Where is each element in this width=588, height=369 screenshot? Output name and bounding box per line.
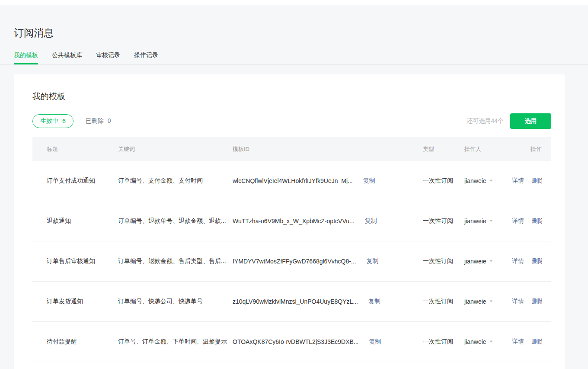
table-row: 待付款提醒 订单号、订单金额、下单时间、温馨提示 OTOAxQK87Cy6Io-… xyxy=(32,322,551,362)
template-keywords: 订单编号、退款金额、售后类型、售后... xyxy=(118,257,233,265)
table-row: 退款通知 订单编号、退款单号、退款金额、退款... WuTTzha-u6V9Mb… xyxy=(32,201,551,241)
delete-link[interactable]: 删除 xyxy=(532,217,542,224)
filter-deleted-label: 已删除 xyxy=(86,117,104,125)
tab-public-library[interactable]: 公共模板库 xyxy=(52,51,82,64)
header-template-id: 模板ID xyxy=(233,145,423,153)
template-type: 一次性订阅 xyxy=(423,177,464,185)
template-title: 订单支付成功通知 xyxy=(47,177,118,185)
filter-active-label: 生效中 xyxy=(40,117,58,125)
filter-row: 生效中 6 已删除 0 还可选用44个 选用 xyxy=(32,113,551,129)
table-row: 订单发货通知 订单编号、快递公司、快递单号 z10qLV90wMzklvlMnz… xyxy=(32,282,551,322)
operator-name: jianweie xyxy=(464,177,486,184)
template-id: wlcCNQflwlVjeIel4WLHokfrlIJYfk9UeJn_Mj..… xyxy=(233,177,353,184)
delete-link[interactable]: 删除 xyxy=(532,177,542,184)
template-id: WuTTzha-u6V9Mb_x_W_XpbMcZ-optcVVu... xyxy=(233,218,355,225)
delete-link[interactable]: 删除 xyxy=(532,257,542,264)
detail-link[interactable]: 详情 xyxy=(512,298,524,305)
copy-link[interactable]: 复制 xyxy=(369,338,381,346)
tab-review-records[interactable]: 审核记录 xyxy=(96,51,120,64)
operator-name: jianweie xyxy=(464,338,486,345)
detail-link[interactable]: 详情 xyxy=(512,257,524,264)
template-keywords: 订单编号、快递公司、快递单号 xyxy=(118,298,233,305)
filter-deleted[interactable]: 已删除 0 xyxy=(86,117,111,125)
operator-dropdown[interactable]: jianweie ▼ xyxy=(464,338,512,345)
copy-link[interactable]: 复制 xyxy=(368,298,380,305)
template-title: 订单发货通知 xyxy=(47,298,118,305)
template-title: 退款通知 xyxy=(47,217,118,225)
copy-link[interactable]: 复制 xyxy=(365,217,377,225)
header-keywords: 关键词 xyxy=(118,145,233,153)
panel-heading: 我的模板 xyxy=(32,91,551,102)
chevron-down-icon: ▼ xyxy=(489,340,493,343)
operator-dropdown[interactable]: jianweie ▼ xyxy=(464,218,512,225)
template-id: z10qLV90wMzklvlMnzsl_UnPO4UuyE8QYzL... xyxy=(233,298,358,305)
tab-my-templates[interactable]: 我的模板 xyxy=(14,51,38,64)
detail-link[interactable]: 详情 xyxy=(512,177,524,184)
copy-link[interactable]: 复制 xyxy=(367,257,379,265)
top-bar xyxy=(0,0,588,5)
filter-active-count: 6 xyxy=(62,118,66,125)
tab-bar: 我的模板 公共模板库 审核记录 操作记录 xyxy=(0,51,588,65)
quota-remaining-text: 还可选用44个 xyxy=(467,117,504,125)
operator-dropdown[interactable]: jianweie ▼ xyxy=(464,298,512,305)
header-action: 操作 xyxy=(512,145,542,153)
template-id: IYMDYV7wtMosZfFFyGwD7668gl6VvhcQ8-... xyxy=(233,258,356,265)
template-type: 一次性订阅 xyxy=(423,257,464,265)
template-keywords: 订单编号、支付金额、支付时间 xyxy=(118,177,233,185)
filter-deleted-count: 0 xyxy=(108,117,111,125)
detail-link[interactable]: 详情 xyxy=(512,217,524,224)
template-id: OTOAxQK87Cy6Io-rvDBWTL2jS3J3Ec9DXB... xyxy=(233,338,359,345)
chevron-down-icon: ▼ xyxy=(489,219,493,223)
copy-link[interactable]: 复制 xyxy=(363,177,375,185)
header-title: 标题 xyxy=(47,145,118,153)
chevron-down-icon: ▼ xyxy=(489,179,493,183)
chevron-down-icon: ▼ xyxy=(489,260,493,263)
template-type: 一次性订阅 xyxy=(423,217,464,225)
template-title: 待付款提醒 xyxy=(47,338,118,346)
table-row: 订单支付成功通知 订单编号、支付金额、支付时间 wlcCNQflwlVjeIel… xyxy=(32,161,551,201)
delete-link[interactable]: 删除 xyxy=(532,298,542,305)
template-title: 订单售后审核通知 xyxy=(47,257,118,265)
template-keywords: 订单号、订单金额、下单时间、温馨提示 xyxy=(118,338,233,346)
operator-dropdown[interactable]: jianweie ▼ xyxy=(464,258,512,265)
table-header-row: 标题 关键词 模板ID 类型 操作人 操作 xyxy=(32,137,551,161)
detail-link[interactable]: 详情 xyxy=(512,338,524,345)
table-row: 订单售后审核通知 订单编号、退款金额、售后类型、售后... IYMDYV7wtM… xyxy=(32,241,551,282)
header-operator: 操作人 xyxy=(464,145,512,153)
filter-active-pill[interactable]: 生效中 6 xyxy=(32,114,74,128)
select-template-button[interactable]: 选用 xyxy=(510,113,551,129)
chevron-down-icon: ▼ xyxy=(489,300,493,303)
templates-table: 标题 关键词 模板ID 类型 操作人 操作 订单支付成功通知 订单编号、支付金额… xyxy=(32,137,551,362)
template-keywords: 订单编号、退款单号、退款金额、退款... xyxy=(118,217,233,225)
operator-name: jianweie xyxy=(464,218,486,225)
page-title: 订阅消息 xyxy=(14,27,574,39)
operator-name: jianweie xyxy=(464,258,486,265)
tab-operation-records[interactable]: 操作记录 xyxy=(134,51,158,64)
my-templates-panel: 我的模板 生效中 6 已删除 0 还可选用44个 选用 标题 关键词 模板ID … xyxy=(14,74,565,369)
header-type: 类型 xyxy=(423,145,464,153)
delete-link[interactable]: 删除 xyxy=(532,338,542,345)
template-type: 一次性订阅 xyxy=(423,338,464,346)
template-type: 一次性订阅 xyxy=(423,298,464,305)
operator-dropdown[interactable]: jianweie ▼ xyxy=(464,177,512,184)
operator-name: jianweie xyxy=(464,298,486,305)
